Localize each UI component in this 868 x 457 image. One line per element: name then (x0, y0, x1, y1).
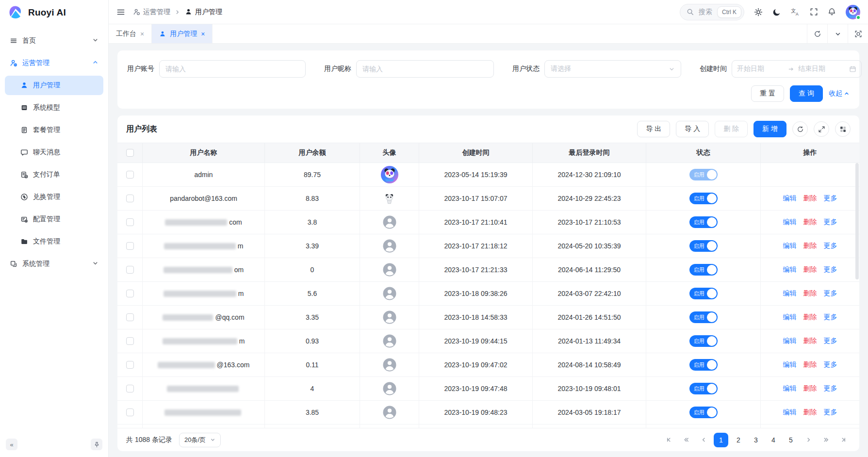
account-input[interactable] (159, 60, 306, 78)
sidebar-item-package-management[interactable]: 套餐管理 (5, 120, 103, 140)
settings-icon[interactable] (754, 8, 763, 16)
more-row-action[interactable]: 更多 (824, 384, 837, 393)
edit-row-action[interactable]: 编辑 (783, 360, 797, 369)
row-checkbox[interactable] (126, 361, 134, 369)
more-row-action[interactable]: 更多 (824, 194, 837, 203)
edit-row-action[interactable]: 编辑 (783, 265, 797, 274)
delete-row-action[interactable]: 删除 (803, 408, 817, 417)
content-fullscreen-icon[interactable] (848, 24, 868, 43)
more-row-action[interactable]: 更多 (824, 408, 837, 417)
more-row-action[interactable]: 更多 (824, 337, 837, 345)
edit-row-action[interactable]: 编辑 (783, 194, 797, 203)
page-button-1[interactable]: 1 (714, 433, 728, 447)
page-size-select[interactable]: 20条/页 (179, 433, 221, 447)
collapse-filters-link[interactable]: 收起 (829, 89, 850, 98)
edit-row-action[interactable]: 编辑 (783, 242, 797, 250)
delete-row-action[interactable]: 删除 (803, 337, 817, 345)
page-button-4[interactable]: 4 (766, 433, 781, 447)
delete-row-action[interactable]: 删除 (803, 265, 817, 274)
next-page-button[interactable] (801, 433, 816, 447)
edit-row-action[interactable]: 编辑 (783, 408, 797, 417)
delete-row-action[interactable]: 删除 (803, 194, 817, 203)
collapse-sidebar-button[interactable]: « (6, 439, 17, 450)
delete-row-action[interactable]: 删除 (803, 384, 817, 393)
column-settings-icon[interactable] (835, 121, 851, 137)
forward-five-pages-button[interactable] (819, 433, 833, 447)
tab-user-management[interactable]: 用户管理 × (152, 24, 213, 43)
add-button[interactable]: 新 增 (753, 121, 786, 137)
edit-row-action[interactable]: 编辑 (783, 313, 797, 322)
breadcrumb-item-operations[interactable]: 运营管理 (133, 8, 170, 16)
edit-row-action[interactable]: 编辑 (783, 384, 797, 393)
status-toggle[interactable]: 启用 (689, 240, 718, 252)
sidebar-item-payment-orders[interactable]: 支付订单 (5, 165, 103, 184)
edit-row-action[interactable]: 编辑 (783, 337, 797, 345)
import-button[interactable]: 导 入 (676, 121, 709, 137)
status-select[interactable]: 请选择 (544, 60, 681, 78)
delete-row-action[interactable]: 删除 (803, 360, 817, 369)
refresh-table-icon[interactable] (792, 121, 808, 137)
more-row-action[interactable]: 更多 (824, 265, 837, 274)
delete-row-action[interactable]: 删除 (803, 289, 817, 298)
user-avatar[interactable] (846, 5, 860, 19)
tab-workbench[interactable]: 工作台 × (109, 24, 152, 43)
sidebar-item-exchange-management[interactable]: 兑换管理 (5, 187, 103, 207)
row-checkbox[interactable] (126, 171, 134, 179)
delete-row-action[interactable]: 删除 (803, 313, 817, 322)
sidebar-item-config-management[interactable]: 配置管理 (5, 210, 103, 229)
select-all-checkbox[interactable] (126, 149, 134, 157)
status-toggle[interactable]: 启用 (689, 216, 718, 228)
dark-mode-icon[interactable] (772, 8, 781, 16)
sidebar-item-home[interactable]: 首页 (5, 31, 103, 50)
delete-row-action[interactable]: 删除 (803, 242, 817, 250)
expand-table-icon[interactable] (814, 121, 829, 137)
reset-button[interactable]: 重 置 (751, 85, 784, 102)
row-checkbox[interactable] (126, 218, 134, 226)
nickname-input[interactable] (356, 60, 494, 78)
more-row-action[interactable]: 更多 (824, 218, 837, 227)
back-five-pages-button[interactable] (679, 433, 693, 447)
tabs-dropdown-icon[interactable] (827, 24, 848, 43)
export-button[interactable]: 导 出 (637, 121, 670, 137)
row-checkbox[interactable] (126, 290, 134, 297)
page-button-3[interactable]: 3 (749, 433, 763, 447)
last-page-button[interactable] (836, 433, 851, 447)
status-toggle[interactable]: 启用 (689, 288, 718, 299)
page-button-2[interactable]: 2 (731, 433, 746, 447)
fullscreen-icon[interactable] (810, 8, 818, 16)
more-row-action[interactable]: 更多 (824, 313, 837, 322)
close-icon[interactable]: × (140, 31, 144, 37)
first-page-button[interactable] (661, 433, 676, 447)
edit-row-action[interactable]: 编辑 (783, 289, 797, 298)
sidebar-item-file-management[interactable]: 文件管理 (5, 232, 103, 251)
status-toggle[interactable]: 启用 (689, 407, 718, 418)
row-checkbox[interactable] (126, 313, 134, 321)
more-row-action[interactable]: 更多 (824, 360, 837, 369)
search-button[interactable]: 查 询 (790, 85, 823, 102)
scrollbar-thumb[interactable] (855, 163, 859, 279)
page-button-5[interactable]: 5 (784, 433, 798, 447)
status-toggle[interactable]: 启用 (689, 169, 718, 180)
edit-row-action[interactable]: 编辑 (783, 218, 797, 227)
row-checkbox[interactable] (126, 385, 134, 392)
language-icon[interactable]: 文A (791, 7, 800, 16)
row-checkbox[interactable] (126, 242, 134, 250)
row-checkbox[interactable] (126, 266, 134, 274)
status-toggle[interactable]: 启用 (689, 193, 718, 204)
sidebar-item-chat-messages[interactable]: 聊天消息 (5, 143, 103, 162)
more-row-action[interactable]: 更多 (824, 289, 837, 298)
prev-page-button[interactable] (696, 433, 711, 447)
status-toggle[interactable]: 启用 (689, 311, 718, 323)
close-icon[interactable]: × (201, 31, 205, 37)
status-toggle[interactable]: 启用 (689, 264, 718, 276)
sidebar-item-system-management[interactable]: 系统管理 (5, 254, 103, 274)
row-checkbox[interactable] (126, 337, 134, 345)
global-search[interactable]: 搜索 Ctrl K (680, 4, 744, 20)
sidebar-item-operations[interactable]: 运营管理 (5, 53, 103, 73)
status-toggle[interactable]: 启用 (689, 359, 718, 371)
delete-row-action[interactable]: 删除 (803, 218, 817, 227)
delete-button[interactable]: 删 除 (715, 121, 748, 137)
notification-icon[interactable] (828, 8, 836, 16)
more-row-action[interactable]: 更多 (824, 242, 837, 250)
status-toggle[interactable]: 启用 (689, 383, 718, 394)
